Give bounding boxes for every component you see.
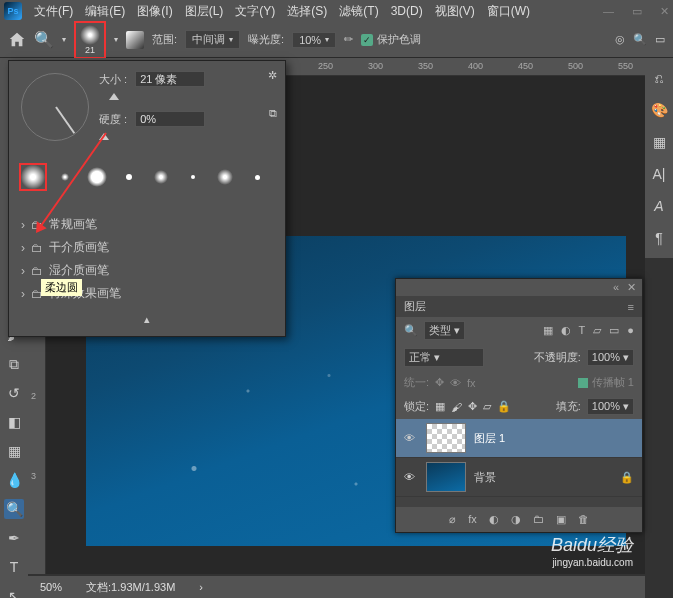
unify-visibility-icon[interactable]: 👁 bbox=[450, 377, 461, 389]
brush-angle-control[interactable] bbox=[21, 73, 89, 141]
exposure-select[interactable]: 10%▾ bbox=[292, 32, 336, 48]
share-icon[interactable]: ▭ bbox=[655, 33, 665, 46]
adjustment-icon[interactable]: ◑ bbox=[511, 513, 521, 526]
propagate-label[interactable]: 传播帧 1 bbox=[592, 375, 634, 390]
group-icon[interactable]: 🗀 bbox=[533, 513, 544, 526]
menu-select[interactable]: 选择(S) bbox=[287, 3, 327, 20]
search-icon[interactable]: 🔍 bbox=[404, 324, 418, 337]
folder-dry[interactable]: ›🗀干介质画笔 bbox=[19, 236, 275, 259]
fx-icon[interactable]: fx bbox=[468, 513, 477, 526]
search-icon[interactable]: 🔍 bbox=[633, 33, 647, 46]
dodge-tool[interactable]: 🔍 bbox=[4, 499, 24, 519]
brush-preset[interactable] bbox=[211, 163, 239, 191]
layer-name[interactable]: 图层 1 bbox=[474, 431, 505, 446]
eraser-tool[interactable]: ◧ bbox=[4, 412, 24, 432]
character-panel-icon[interactable]: A| bbox=[649, 164, 669, 184]
history-panel-icon[interactable]: ⎌ bbox=[649, 68, 669, 88]
filter-kind-select[interactable]: 类型 ▾ bbox=[424, 321, 465, 340]
airbrush-icon[interactable]: ✏ bbox=[344, 33, 353, 46]
menu-type[interactable]: 文字(Y) bbox=[235, 3, 275, 20]
hardness-input[interactable] bbox=[135, 111, 205, 127]
menu-window[interactable]: 窗口(W) bbox=[487, 3, 530, 20]
filter-pixel-icon[interactable]: ▦ bbox=[543, 324, 553, 337]
filter-adjust-icon[interactable]: ◐ bbox=[561, 324, 571, 337]
gear-icon[interactable]: ✲ bbox=[268, 69, 277, 82]
opacity-select[interactable]: 100% ▾ bbox=[587, 349, 634, 366]
pen-tool[interactable]: ✒ bbox=[4, 528, 24, 548]
menu-view[interactable]: 视图(V) bbox=[435, 3, 475, 20]
delete-icon[interactable]: 🗑 bbox=[578, 513, 589, 526]
mask-icon[interactable]: ◐ bbox=[489, 513, 499, 526]
new-layer-icon[interactable]: ▣ bbox=[556, 513, 566, 526]
glyphs-panel-icon[interactable]: A bbox=[649, 196, 669, 216]
layers-tab[interactable]: 图层 bbox=[404, 299, 426, 314]
menu-image[interactable]: 图像(I) bbox=[137, 3, 172, 20]
menu-filter[interactable]: 滤镜(T) bbox=[339, 3, 378, 20]
resize-handle[interactable]: ▴ bbox=[19, 313, 275, 326]
lock-artboard-icon[interactable]: ▱ bbox=[483, 400, 491, 413]
menu-file[interactable]: 文件(F) bbox=[34, 3, 73, 20]
brush-preset[interactable] bbox=[179, 163, 207, 191]
size-slider[interactable] bbox=[99, 91, 275, 105]
filter-shape-icon[interactable]: ▱ bbox=[593, 324, 601, 337]
brush-preset[interactable] bbox=[243, 163, 271, 191]
lock-all-icon[interactable]: 🔒 bbox=[497, 400, 511, 413]
unify-style-icon[interactable]: fx bbox=[467, 377, 476, 389]
swatches-panel-icon[interactable]: ▦ bbox=[649, 132, 669, 152]
path-tool[interactable]: ↖ bbox=[4, 586, 24, 598]
pressure-icon[interactable]: ◎ bbox=[615, 33, 625, 46]
panel-menu-icon[interactable]: ≡ bbox=[628, 301, 634, 313]
layer-name[interactable]: 背景 bbox=[474, 470, 496, 485]
close-icon[interactable]: ✕ bbox=[660, 5, 669, 18]
brush-preset-soft-round[interactable] bbox=[19, 163, 47, 191]
blur-tool[interactable]: 💧 bbox=[4, 470, 24, 490]
close-panel-icon[interactable]: ✕ bbox=[627, 281, 636, 294]
lock-pos-icon[interactable]: ✥ bbox=[468, 400, 477, 413]
layer-thumbnail[interactable] bbox=[426, 462, 466, 492]
menu-layer[interactable]: 图层(L) bbox=[185, 3, 224, 20]
range-select[interactable]: 中间调▾ bbox=[185, 30, 240, 49]
lock-trans-icon[interactable]: ▦ bbox=[435, 400, 445, 413]
color-panel-icon[interactable]: 🎨 bbox=[649, 100, 669, 120]
brush-panel-icon[interactable] bbox=[126, 31, 144, 49]
layer-row[interactable]: 👁 背景 🔒 bbox=[396, 458, 642, 497]
type-tool[interactable]: T bbox=[4, 557, 24, 577]
brush-dropdown-icon[interactable]: ▾ bbox=[114, 35, 118, 44]
menu-edit[interactable]: 编辑(E) bbox=[85, 3, 125, 20]
menu-3d[interactable]: 3D(D) bbox=[391, 4, 423, 18]
lock-pixel-icon[interactable]: 🖌 bbox=[451, 401, 462, 413]
brush-preset[interactable] bbox=[115, 163, 143, 191]
filter-smart-icon[interactable]: ▭ bbox=[609, 324, 619, 337]
protect-tones-checkbox[interactable]: ✓保护色调 bbox=[361, 32, 421, 47]
filter-type-icon[interactable]: T bbox=[579, 324, 586, 337]
size-input[interactable] bbox=[135, 71, 205, 87]
fill-select[interactable]: 100% ▾ bbox=[587, 398, 634, 415]
new-preset-icon[interactable]: ⧉ bbox=[269, 107, 277, 120]
dodge-tool-icon[interactable]: 🔍 bbox=[34, 30, 54, 49]
link-icon[interactable]: ⌀ bbox=[449, 513, 456, 526]
collapse-icon[interactable]: « bbox=[613, 281, 619, 294]
layer-thumbnail[interactable] bbox=[426, 423, 466, 453]
paragraph-panel-icon[interactable]: ¶ bbox=[649, 228, 669, 248]
home-icon[interactable] bbox=[8, 31, 26, 49]
visibility-icon[interactable]: 👁 bbox=[404, 432, 418, 444]
maximize-icon[interactable]: ▭ bbox=[632, 5, 642, 18]
stamp-tool[interactable]: ⧉ bbox=[4, 354, 24, 374]
history-brush-tool[interactable]: ↺ bbox=[4, 383, 24, 403]
visibility-icon[interactable]: 👁 bbox=[404, 471, 418, 483]
unify-position-icon[interactable]: ✥ bbox=[435, 376, 444, 389]
brush-preset[interactable] bbox=[147, 163, 175, 191]
blend-mode-select[interactable]: 正常 ▾ bbox=[404, 348, 484, 367]
gradient-tool[interactable]: ▦ bbox=[4, 441, 24, 461]
brush-preset-chip[interactable]: 21 bbox=[74, 21, 106, 59]
minimize-icon[interactable]: — bbox=[603, 5, 614, 18]
filter-toggle-icon[interactable]: ● bbox=[627, 324, 634, 337]
zoom-level[interactable]: 50% bbox=[40, 581, 62, 593]
brush-preset[interactable] bbox=[83, 163, 111, 191]
status-menu-icon[interactable]: › bbox=[199, 581, 203, 593]
folder-general[interactable]: ›🗀常规画笔 bbox=[19, 213, 275, 236]
layer-row[interactable]: 👁 图层 1 bbox=[396, 419, 642, 458]
app-logo: Ps bbox=[4, 2, 22, 20]
hardness-slider[interactable] bbox=[99, 131, 275, 145]
tool-dropdown-icon[interactable]: ▾ bbox=[62, 35, 66, 44]
